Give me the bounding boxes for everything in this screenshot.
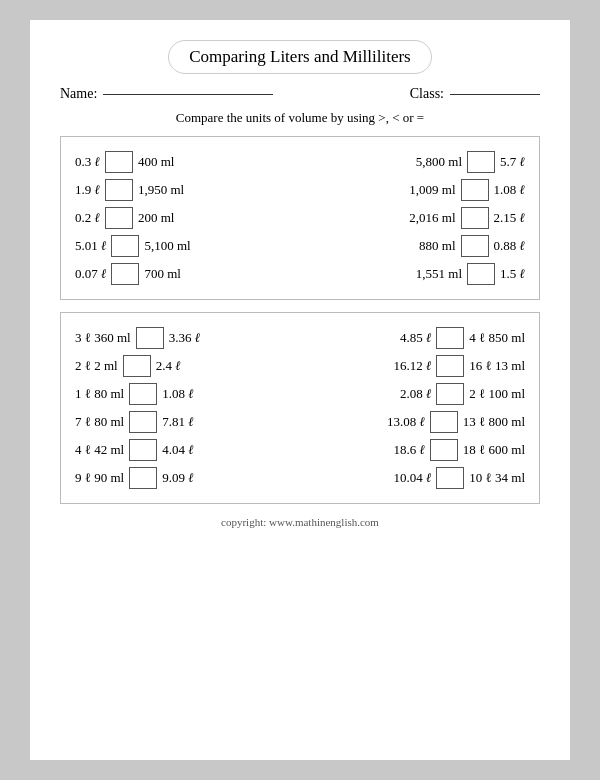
- r-left-value: 16.12 ℓ: [393, 358, 431, 374]
- r-right-value: 0.88 ℓ: [494, 238, 525, 254]
- r-left-value: 5,800 ml: [416, 154, 462, 170]
- instruction-text: Compare the units of volume by using >, …: [60, 110, 540, 126]
- right-problem: 5,800 ml 5.7 ℓ: [309, 151, 525, 173]
- left-value: 1 ℓ 80 ml: [75, 386, 124, 402]
- problem-row: 0.3 ℓ 400 ml 5,800 ml 5.7 ℓ: [75, 151, 525, 173]
- answer-box[interactable]: [436, 327, 464, 349]
- right-value: 1.08 ℓ: [162, 386, 193, 402]
- right-value: 5,100 ml: [144, 238, 190, 254]
- right-value: 700 ml: [144, 266, 180, 282]
- section-1: 0.3 ℓ 400 ml 5,800 ml 5.7 ℓ 1.9 ℓ 1,950 …: [60, 136, 540, 300]
- left-value: 3 ℓ 360 ml: [75, 330, 131, 346]
- left-problem: 7 ℓ 80 ml 7.81 ℓ: [75, 411, 291, 433]
- answer-box[interactable]: [430, 439, 458, 461]
- answer-box[interactable]: [467, 151, 495, 173]
- left-problem: 1.9 ℓ 1,950 ml: [75, 179, 291, 201]
- answer-box[interactable]: [430, 411, 458, 433]
- right-value: 400 ml: [138, 154, 174, 170]
- problem-row: 5.01 ℓ 5,100 ml 880 ml 0.88 ℓ: [75, 235, 525, 257]
- problem-row: 2 ℓ 2 ml 2.4 ℓ 16.12 ℓ 16 ℓ 13 ml: [75, 355, 525, 377]
- right-problem: 2.08 ℓ 2 ℓ 100 ml: [309, 383, 525, 405]
- r-left-value: 1,551 ml: [416, 266, 462, 282]
- right-problem: 18.6 ℓ 18 ℓ 600 ml: [309, 439, 525, 461]
- right-problem: 13.08 ℓ 13 ℓ 800 ml: [309, 411, 525, 433]
- left-problem: 0.3 ℓ 400 ml: [75, 151, 291, 173]
- left-value: 5.01 ℓ: [75, 238, 106, 254]
- r-left-value: 18.6 ℓ: [393, 442, 424, 458]
- answer-box[interactable]: [111, 263, 139, 285]
- r-left-value: 2.08 ℓ: [400, 386, 431, 402]
- problem-row: 0.2 ℓ 200 ml 2,016 ml 2.15 ℓ: [75, 207, 525, 229]
- r-left-value: 13.08 ℓ: [387, 414, 425, 430]
- left-value: 4 ℓ 42 ml: [75, 442, 124, 458]
- answer-box[interactable]: [436, 355, 464, 377]
- worksheet-title: Comparing Liters and Milliliters: [168, 40, 431, 74]
- left-problem: 2 ℓ 2 ml 2.4 ℓ: [75, 355, 291, 377]
- r-right-value: 2.15 ℓ: [494, 210, 525, 226]
- left-value: 2 ℓ 2 ml: [75, 358, 118, 374]
- section-2: 3 ℓ 360 ml 3.36 ℓ 4.85 ℓ 4 ℓ 850 ml 2 ℓ …: [60, 312, 540, 504]
- right-value: 1,950 ml: [138, 182, 184, 198]
- right-problem: 16.12 ℓ 16 ℓ 13 ml: [309, 355, 525, 377]
- left-problem: 3 ℓ 360 ml 3.36 ℓ: [75, 327, 291, 349]
- class-field: Class:: [410, 86, 540, 102]
- name-underline: [103, 94, 273, 95]
- answer-box[interactable]: [129, 411, 157, 433]
- left-problem: 0.2 ℓ 200 ml: [75, 207, 291, 229]
- left-value: 7 ℓ 80 ml: [75, 414, 124, 430]
- r-left-value: 4.85 ℓ: [400, 330, 431, 346]
- r-left-value: 1,009 ml: [409, 182, 455, 198]
- answer-box[interactable]: [436, 383, 464, 405]
- r-right-value: 1.5 ℓ: [500, 266, 525, 282]
- class-label: Class:: [410, 86, 444, 102]
- answer-box[interactable]: [461, 235, 489, 257]
- r-left-value: 2,016 ml: [409, 210, 455, 226]
- right-problem: 4.85 ℓ 4 ℓ 850 ml: [309, 327, 525, 349]
- left-value: 1.9 ℓ: [75, 182, 100, 198]
- name-field: Name:: [60, 86, 273, 102]
- answer-box[interactable]: [129, 383, 157, 405]
- problem-row: 1 ℓ 80 ml 1.08 ℓ 2.08 ℓ 2 ℓ 100 ml: [75, 383, 525, 405]
- left-value: 0.07 ℓ: [75, 266, 106, 282]
- left-value: 9 ℓ 90 ml: [75, 470, 124, 486]
- r-right-value: 5.7 ℓ: [500, 154, 525, 170]
- answer-box[interactable]: [129, 439, 157, 461]
- r-right-value: 10 ℓ 34 ml: [469, 470, 525, 486]
- problem-row: 1.9 ℓ 1,950 ml 1,009 ml 1.08 ℓ: [75, 179, 525, 201]
- answer-box[interactable]: [461, 179, 489, 201]
- name-class-row: Name: Class:: [60, 86, 540, 102]
- right-problem: 10.04 ℓ 10 ℓ 34 ml: [309, 467, 525, 489]
- left-problem: 5.01 ℓ 5,100 ml: [75, 235, 291, 257]
- answer-box[interactable]: [123, 355, 151, 377]
- answer-box[interactable]: [436, 467, 464, 489]
- answer-box[interactable]: [461, 207, 489, 229]
- right-problem: 1,551 ml 1.5 ℓ: [309, 263, 525, 285]
- answer-box[interactable]: [136, 327, 164, 349]
- class-underline: [450, 94, 540, 95]
- problem-row: 0.07 ℓ 700 ml 1,551 ml 1.5 ℓ: [75, 263, 525, 285]
- answer-box[interactable]: [467, 263, 495, 285]
- left-problem: 4 ℓ 42 ml 4.04 ℓ: [75, 439, 291, 461]
- right-problem: 1,009 ml 1.08 ℓ: [309, 179, 525, 201]
- answer-box[interactable]: [129, 467, 157, 489]
- answer-box[interactable]: [105, 179, 133, 201]
- name-label: Name:: [60, 86, 97, 102]
- worksheet-page: Comparing Liters and Milliliters Name: C…: [30, 20, 570, 760]
- right-value: 7.81 ℓ: [162, 414, 193, 430]
- r-right-value: 13 ℓ 800 ml: [463, 414, 525, 430]
- right-value: 200 ml: [138, 210, 174, 226]
- left-value: 0.2 ℓ: [75, 210, 100, 226]
- r-right-value: 4 ℓ 850 ml: [469, 330, 525, 346]
- problem-row: 7 ℓ 80 ml 7.81 ℓ 13.08 ℓ 13 ℓ 800 ml: [75, 411, 525, 433]
- answer-box[interactable]: [105, 207, 133, 229]
- left-value: 0.3 ℓ: [75, 154, 100, 170]
- right-problem: 2,016 ml 2.15 ℓ: [309, 207, 525, 229]
- answer-box[interactable]: [111, 235, 139, 257]
- r-right-value: 2 ℓ 100 ml: [469, 386, 525, 402]
- problem-row: 3 ℓ 360 ml 3.36 ℓ 4.85 ℓ 4 ℓ 850 ml: [75, 327, 525, 349]
- right-problem: 880 ml 0.88 ℓ: [309, 235, 525, 257]
- problem-row: 9 ℓ 90 ml 9.09 ℓ 10.04 ℓ 10 ℓ 34 ml: [75, 467, 525, 489]
- right-value: 4.04 ℓ: [162, 442, 193, 458]
- r-right-value: 18 ℓ 600 ml: [463, 442, 525, 458]
- answer-box[interactable]: [105, 151, 133, 173]
